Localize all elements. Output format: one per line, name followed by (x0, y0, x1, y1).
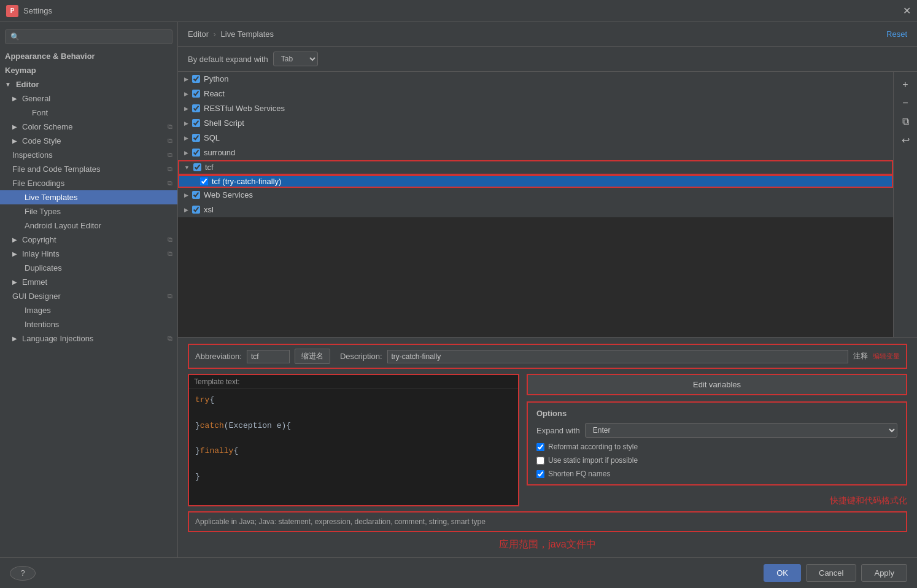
sidebar: Appearance & BehaviorKeymap▼Editor▶Gener… (0, 22, 178, 557)
sidebar-item-font[interactable]: Font (0, 106, 177, 120)
editor-area: Abbreviation: 缩进名 Description: 注释 编辑变量 T… (178, 337, 917, 557)
toolbar-row: By default expand with Tab Enter Space (178, 47, 917, 72)
chevron-icon: ▶ (12, 95, 17, 102)
template-group-React[interactable]: ▶ React (178, 87, 893, 101)
sidebar-item-android-layout-editor[interactable]: Android Layout Editor (0, 219, 177, 233)
item-checkbox[interactable] (200, 177, 208, 185)
template-group-xsl[interactable]: ▶ xsl (178, 203, 893, 217)
sidebar-item-inlay-hints[interactable]: ▶Inlay Hints⧉ (0, 247, 177, 261)
sidebar-item-inspections[interactable]: Inspections⧉ (0, 148, 177, 162)
abbreviation-label: Abbreviation: (195, 352, 242, 361)
group-checkbox[interactable] (192, 75, 200, 83)
sidebar-item-gui-designer[interactable]: GUI Designer⧉ (0, 289, 177, 303)
applicable-text: Applicable in Java; Java: statement, exp… (195, 517, 486, 526)
remove-button[interactable]: − (897, 95, 913, 111)
breadcrumb-parent: Editor (188, 29, 209, 39)
template-group-RESTful Web Services[interactable]: ▶ RESTful Web Services (178, 101, 893, 116)
group-arrow-icon: ▶ (184, 207, 188, 213)
abbreviation-input[interactable] (247, 350, 290, 363)
template-group-Python[interactable]: ▶ Python (178, 72, 893, 87)
template-list: ▶ Python ▶ React ▶ RESTful Web Services … (178, 72, 893, 337)
applicable-watermark: 应用范围，java文件中 (188, 537, 907, 551)
group-name: xsl (204, 205, 214, 214)
group-checkbox[interactable] (192, 104, 200, 112)
sidebar-label: Images (25, 306, 51, 315)
options-box: Options Expand with Tab Enter Space (527, 401, 907, 485)
sidebar-item-intentions[interactable]: Intentions (0, 317, 177, 331)
group-checkbox[interactable] (192, 134, 200, 142)
copy-icon: ⧉ (168, 250, 172, 258)
group-name: SQL (204, 133, 220, 142)
sidebar-item-emmet[interactable]: ▶Emmet (0, 275, 177, 289)
template-main-row: Template text: try{ }catch(Exception e){… (188, 374, 907, 506)
chevron-icon: ▶ (12, 335, 17, 342)
sidebar-item-file-and-code-templates[interactable]: File and Code Templates⧉ (0, 162, 177, 176)
template-group-tcf[interactable]: ▼ tcf (178, 160, 893, 175)
applicable-row[interactable]: Applicable in Java; Java: statement, exp… (188, 511, 907, 532)
sidebar-label: General (22, 94, 50, 103)
sidebar-item-copyright[interactable]: ▶Copyright⧉ (0, 233, 177, 247)
sidebar-label: File and Code Templates (12, 164, 101, 174)
shortcut-watermark: 快捷键和代码格式化 (527, 495, 907, 506)
right-actions-panel: + − ⧉ ↩ (893, 72, 917, 337)
sidebar-label: Intentions (25, 320, 59, 329)
cancel-button[interactable]: Cancel (806, 564, 856, 582)
shorten-fq-checkbox-row: Shorten FQ names (536, 470, 897, 478)
group-name: Shell Script (204, 118, 244, 128)
template-group-Web Services[interactable]: ▶ Web Services (178, 188, 893, 203)
sidebar-label: Inspections (12, 150, 53, 160)
edit-variables-button[interactable]: Edit variables (527, 374, 907, 395)
chevron-icon: ▶ (12, 137, 17, 144)
group-arrow-icon: ▶ (184, 135, 188, 141)
group-arrow-icon: ▶ (184, 192, 188, 198)
revert-button[interactable]: ↩ (897, 132, 913, 148)
options-expand-select[interactable]: Tab Enter Space (585, 423, 897, 438)
template-group-Shell Script[interactable]: ▶ Shell Script (178, 116, 893, 131)
expand-select[interactable]: Tab Enter Space (273, 52, 318, 66)
sidebar-item-duplicates[interactable]: Duplicates (0, 261, 177, 275)
sidebar-label: Language Injections (22, 334, 93, 343)
group-checkbox[interactable] (192, 191, 200, 199)
sidebar-item-keymap[interactable]: Keymap (0, 63, 177, 77)
sidebar-item-file-types[interactable]: File Types (0, 204, 177, 219)
breadcrumb-sep: › (214, 29, 216, 39)
close-button[interactable]: ✕ (903, 5, 911, 17)
sidebar-item-editor[interactable]: ▼Editor (0, 77, 177, 91)
help-button[interactable]: ? (10, 566, 36, 581)
shorten-fq-checkbox[interactable] (536, 470, 544, 478)
template-group-surround[interactable]: ▶ surround (178, 145, 893, 160)
template-item-tcf-(try-catch-finally)[interactable]: tcf (try-catch-finally) (178, 175, 893, 188)
sidebar-label: Emmet (22, 277, 47, 287)
group-checkbox[interactable] (192, 149, 200, 157)
sidebar-item-appearance-&-behavior[interactable]: Appearance & Behavior (0, 49, 177, 63)
reformat-checkbox[interactable] (536, 443, 544, 451)
sidebar-item-file-encodings[interactable]: File Encodings⧉ (0, 176, 177, 190)
template-text-label: Template text: (189, 375, 518, 389)
search-input[interactable] (5, 29, 172, 44)
group-checkbox[interactable] (193, 163, 201, 171)
template-group-SQL[interactable]: ▶ SQL (178, 131, 893, 145)
group-name: Web Services (204, 190, 253, 199)
add-button[interactable]: + (897, 77, 913, 93)
sidebar-item-live-templates[interactable]: Live Templates (0, 190, 177, 204)
sidebar-item-general[interactable]: ▶General (0, 91, 177, 106)
template-text-content[interactable]: try{ }catch(Exception e){ }finally{ } (189, 389, 518, 505)
reset-button[interactable]: Reset (886, 29, 907, 39)
group-arrow-icon: ▶ (184, 91, 188, 97)
description-input[interactable] (387, 350, 848, 363)
sidebar-item-code-style[interactable]: ▶Code Style⧉ (0, 134, 177, 148)
sidebar-item-images[interactable]: Images (0, 303, 177, 317)
indent-name-button[interactable]: 缩进名 (295, 349, 330, 364)
comment-label: 注释 (853, 351, 868, 362)
group-name: RESTful Web Services (204, 104, 285, 113)
sidebar-label: Appearance & Behavior (5, 52, 95, 61)
ok-button[interactable]: OK (764, 564, 801, 582)
apply-button[interactable]: Apply (861, 564, 907, 582)
sidebar-item-color-scheme[interactable]: ▶Color Scheme⧉ (0, 120, 177, 134)
static-import-checkbox[interactable] (536, 457, 544, 465)
group-checkbox[interactable] (192, 90, 200, 98)
group-checkbox[interactable] (192, 206, 200, 214)
copy-button[interactable]: ⧉ (897, 114, 913, 130)
group-checkbox[interactable] (192, 119, 200, 127)
sidebar-item-language-injections[interactable]: ▶Language Injections⧉ (0, 331, 177, 346)
